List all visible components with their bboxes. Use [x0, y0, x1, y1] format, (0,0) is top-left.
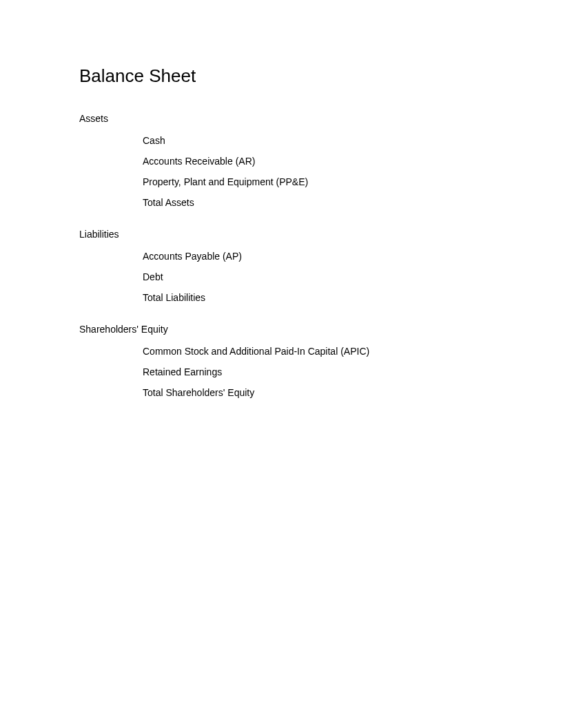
- liabilities-section: Liabilities Accounts Payable (AP) Debt T…: [79, 229, 563, 303]
- liabilities-items: Accounts Payable (AP) Debt Total Liabili…: [79, 251, 563, 303]
- equity-section: Shareholders' Equity Common Stock and Ad…: [79, 324, 563, 398]
- line-item: Total Liabilities: [143, 292, 563, 303]
- equity-header: Shareholders' Equity: [79, 324, 563, 335]
- assets-items: Cash Accounts Receivable (AR) Property, …: [79, 135, 563, 208]
- line-item: Debt: [143, 271, 563, 282]
- line-item: Accounts Payable (AP): [143, 251, 563, 262]
- equity-items: Common Stock and Additional Paid-In Capi…: [79, 346, 563, 398]
- line-item: Retained Earnings: [143, 366, 563, 377]
- line-item: Cash: [143, 135, 563, 146]
- line-item: Accounts Receivable (AR): [143, 156, 563, 167]
- liabilities-header: Liabilities: [79, 229, 563, 240]
- document-title: Balance Sheet: [79, 65, 563, 87]
- line-item: Property, Plant and Equipment (PP&E): [143, 176, 563, 187]
- assets-section: Assets Cash Accounts Receivable (AR) Pro…: [79, 113, 563, 208]
- line-item: Common Stock and Additional Paid-In Capi…: [143, 346, 563, 357]
- line-item: Total Shareholders' Equity: [143, 387, 563, 398]
- assets-header: Assets: [79, 113, 563, 124]
- line-item: Total Assets: [143, 197, 563, 208]
